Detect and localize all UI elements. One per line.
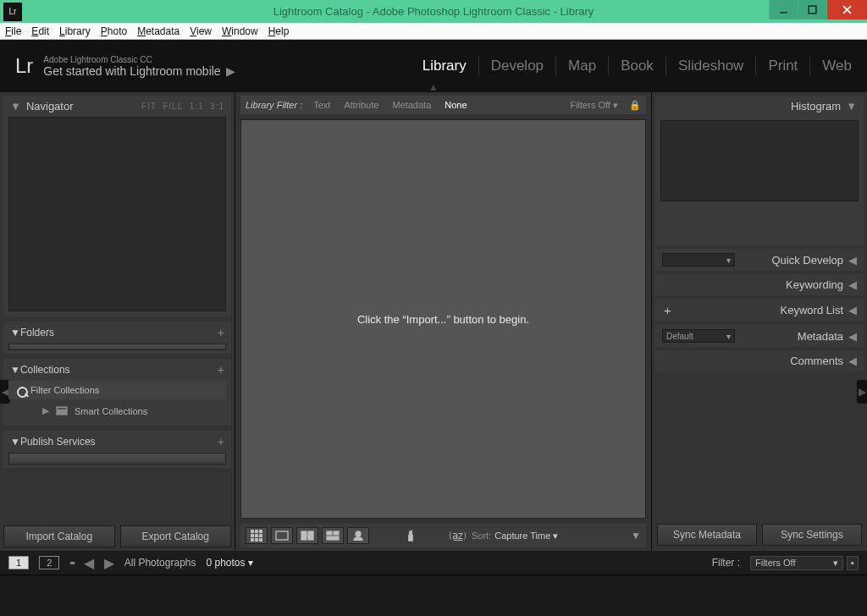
maximize-button[interactable] (798, 0, 826, 19)
library-filter-label: Library Filter : (246, 100, 302, 110)
filmstrip-toolbar: 1 2 ▪▪ ◀ ▶ All Photographs 0 photos ▾ Fi… (0, 551, 867, 575)
menu-file[interactable]: File (5, 25, 21, 37)
empty-grid-message: Click the “Import...” button to begin. (357, 313, 529, 326)
filmstrip-filter-select[interactable]: Filters Off▾ (750, 556, 843, 570)
lightroom-logo: Lr (15, 54, 33, 78)
add-keyword-icon[interactable]: + (664, 303, 671, 317)
filter-none[interactable]: None (442, 99, 469, 111)
menu-view[interactable]: View (190, 25, 212, 37)
menu-library[interactable]: Library (59, 25, 91, 37)
export-catalog-button[interactable]: Export Catalog (120, 525, 232, 547)
keywording-panel[interactable]: Keywording◀ (655, 274, 864, 295)
comments-panel[interactable]: Comments◀ (655, 350, 864, 371)
collapse-right-icon[interactable]: ▶ (857, 380, 867, 404)
filter-preset-select[interactable]: Filters Off ▾ (567, 99, 621, 112)
grid-toggle-icon[interactable]: ▪▪ (69, 557, 74, 569)
publish-services-panel[interactable]: ▼Publish Services+ (3, 431, 231, 468)
svg-point-13 (356, 531, 361, 536)
histogram-panel: Histogram▼ (655, 96, 864, 245)
svg-rect-1 (809, 6, 816, 14)
window-title: Lightroom Catalog - Adobe Photoshop Ligh… (0, 5, 867, 18)
publish-item-bar[interactable] (8, 453, 226, 465)
metadata-preset-select[interactable]: Default▾ (662, 329, 735, 343)
survey-view-button[interactable] (322, 527, 344, 544)
module-web[interactable]: Web (822, 58, 852, 74)
left-panel-group: ▼Navigator FIT FILL 1:1 3:1 ▼Folders+ ▼C… (0, 92, 235, 551)
histogram-toggle-icon[interactable]: ▼ (846, 100, 857, 113)
quick-develop-panel[interactable]: ▾ Quick Develop◀ (655, 249, 864, 271)
module-slideshow[interactable]: Slideshow (678, 58, 744, 74)
navigator-fill[interactable]: FILL (163, 102, 183, 111)
navigator-fit[interactable]: FIT (141, 102, 157, 111)
filter-metadata[interactable]: Metadata (389, 99, 434, 111)
quick-develop-preset-select[interactable]: ▾ (662, 253, 735, 267)
publish-add-icon[interactable]: + (218, 435, 224, 448)
import-catalog-button[interactable]: Import Catalog (3, 525, 115, 547)
sort-direction-button[interactable]: ⟮a͟z⟯ (447, 530, 468, 542)
sync-settings-button[interactable]: Sync Settings (762, 524, 862, 546)
svg-rect-10 (327, 531, 332, 535)
window-titlebar: Lr Lightroom Catalog - Adobe Photoshop L… (0, 0, 867, 23)
compare-view-button[interactable]: XY (296, 527, 318, 544)
menu-metadata[interactable]: Metadata (137, 25, 179, 37)
box-icon (56, 406, 68, 415)
menu-window[interactable]: Window (222, 25, 258, 37)
module-library[interactable]: Library (422, 58, 467, 74)
module-picker-bar: Lr Adobe Lightroom Classic CC Get starte… (0, 40, 867, 92)
filter-text[interactable]: Text (311, 99, 333, 111)
filter-collections-input[interactable]: Filter Collections (8, 381, 226, 399)
filmstrip[interactable] (0, 575, 867, 616)
module-develop[interactable]: Develop (491, 58, 544, 74)
main-window-button[interactable]: 1 (8, 556, 29, 569)
menu-help[interactable]: Help (268, 25, 290, 37)
smart-collections-item[interactable]: ▶ Smart Collections (8, 401, 226, 421)
toolbar-menu-icon[interactable]: ▼ (631, 530, 641, 542)
keyword-list-panel[interactable]: +Keyword List◀ (655, 299, 864, 322)
folders-add-icon[interactable]: + (218, 326, 224, 339)
filter-attribute[interactable]: Attribute (341, 99, 381, 111)
collections-panel: ▼Collections+ Filter Collections ▶ Smart… (3, 359, 231, 426)
product-name: Adobe Lightroom Classic CC (43, 55, 235, 64)
close-button[interactable] (826, 0, 867, 19)
navigator-title: Navigator (26, 100, 74, 113)
collections-add-icon[interactable]: + (218, 363, 224, 377)
second-window-button[interactable]: 2 (39, 556, 59, 569)
nav-back-icon[interactable]: ◀ (84, 555, 94, 571)
menu-edit[interactable]: Edit (31, 25, 49, 37)
navigator-panel: ▼Navigator FIT FILL 1:1 3:1 (3, 96, 231, 316)
sync-metadata-button[interactable]: Sync Metadata (657, 524, 757, 546)
nav-forward-icon[interactable]: ▶ (104, 555, 114, 571)
sort-value-select[interactable]: Capture Time ▾ (494, 531, 558, 542)
filmstrip-filter-lock-icon[interactable]: ▪ (847, 556, 859, 570)
volume-bar[interactable] (8, 344, 226, 350)
svg-rect-4 (56, 406, 68, 415)
people-view-button[interactable] (347, 527, 369, 544)
svg-rect-12 (327, 536, 339, 540)
collapse-top-icon[interactable]: ▲ (428, 81, 439, 93)
lightroom-mobile-cta[interactable]: Get started with Lightroom mobile▶ (43, 64, 235, 78)
module-print[interactable]: Print (768, 58, 798, 74)
source-label[interactable]: All Photographs (124, 557, 196, 569)
center-area: Library Filter : Text Attribute Metadata… (235, 92, 652, 551)
center-toolbar: XY ⟮a͟z⟯ Sort: Capture Time ▾ ▼ (240, 524, 646, 547)
navigator-preview (8, 117, 226, 311)
minimize-button[interactable] (769, 0, 798, 19)
grid-view: Click the “Import...” button to begin. (240, 119, 646, 519)
filmstrip-filter-label: Filter : (712, 557, 740, 569)
folders-panel[interactable]: ▼Folders+ (3, 322, 231, 354)
navigator-31[interactable]: 3:1 (210, 102, 224, 111)
svg-rect-14 (409, 535, 413, 541)
menu-photo[interactable]: Photo (101, 25, 127, 37)
filter-lock-icon[interactable]: 🔒 (629, 100, 641, 111)
app-icon: Lr (3, 3, 22, 21)
module-book[interactable]: Book (621, 58, 654, 74)
grid-view-button[interactable] (246, 527, 268, 544)
svg-rect-5 (58, 408, 66, 410)
module-map[interactable]: Map (568, 58, 596, 74)
loupe-view-button[interactable] (271, 527, 293, 544)
photo-count[interactable]: 0 photos ▾ (207, 557, 253, 569)
metadata-panel[interactable]: Default▾Metadata◀ (655, 325, 864, 347)
painter-tool-button[interactable] (400, 527, 422, 544)
navigator-11[interactable]: 1:1 (190, 102, 204, 111)
sort-label: Sort: (472, 531, 491, 541)
